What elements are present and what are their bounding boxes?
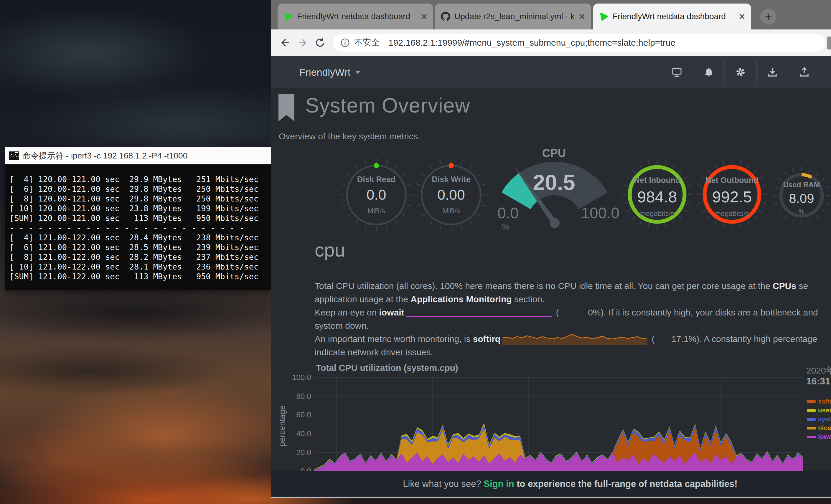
clipped-extension-icon[interactable] [827, 36, 831, 50]
reload-icon [314, 37, 326, 49]
reload-button[interactable] [313, 35, 328, 50]
page-subtitle: Overview of the key system metrics. [279, 131, 420, 141]
cpu-utilization-chart[interactable] [314, 374, 803, 471]
terminal-line: [ 6] 121.00-122.00 sec 28.5 MBytes 239 M… [9, 242, 271, 252]
gauge-label: Disk Read [338, 175, 414, 184]
gauge-used-ram[interactable]: Used RAM 8.09 % [769, 163, 831, 228]
cpu-description: Total CPU utilization (all cores). 100% … [315, 279, 831, 359]
cpus-link[interactable]: CPUs [773, 281, 796, 291]
y-tick: 80.0 [279, 392, 311, 401]
alarms-button[interactable] [694, 57, 724, 87]
forward-button[interactable] [295, 35, 310, 50]
export-settings-button[interactable] [789, 57, 819, 87]
gauge-label: CPU [489, 147, 619, 160]
softirq-label: softirq [473, 334, 500, 344]
y-tick: 0.0 [279, 467, 311, 471]
text: application usage at the [315, 294, 410, 304]
terminal-line: [ 4] 121.00-122.00 sec 28.4 MBytes 238 M… [9, 233, 271, 242]
gauge-label: Used RAM [769, 181, 831, 189]
terminal-line: - - - - - - - - - - - - - - - - - - - - … [9, 223, 271, 233]
url-text[interactable]: 192.168.2.1:19999/#menu_system_submenu_c… [389, 38, 676, 48]
section-heading-cpu: cpu [315, 239, 345, 261]
legend-swatch [807, 418, 816, 421]
tab-title: FriendlyWrt netdata dashboard [297, 12, 417, 21]
terminal-line: [ 6] 120.00-121.00 sec 29.8 MBytes 250 M… [9, 184, 271, 194]
legend-label: system [818, 415, 831, 423]
gauge-label: Disk Write [413, 175, 489, 184]
close-icon[interactable]: × [579, 11, 585, 22]
text: se [796, 281, 808, 291]
legend-item-softirq[interactable]: softirq [807, 398, 831, 405]
terminal-line: [ 10] 121.00-122.00 sec 28.1 MBytes 236 … [9, 262, 271, 272]
back-icon [279, 37, 291, 49]
host-dropdown[interactable]: FriendlyWrt [299, 56, 361, 88]
text: section. [512, 294, 545, 304]
signin-bar: Like what you see? Sign in to experience… [271, 471, 831, 498]
gauge-unit: megabits/s [692, 209, 772, 218]
bookmark-icon [279, 94, 294, 121]
chart-timestamp-date: 2020年3 [806, 365, 831, 377]
gauge-unit: megabits/s [618, 209, 697, 218]
back-button[interactable] [278, 35, 292, 50]
legend-item-user[interactable]: user [807, 407, 831, 414]
desktop: C:\. 命令提示符 - iperf3 -c 192.168.1.2 -P4 -… [0, 0, 831, 504]
terminal-title: 命令提示符 - iperf3 -c 192.168.1.2 -P4 -t1000 [22, 150, 188, 161]
chart-timestamp-time: 16:31:2 [806, 376, 831, 387]
terminal-line: [ 4] 120.00-121.00 sec 29.9 MBytes 251 M… [9, 174, 271, 184]
text: %). If it is constantly high, your disks… [593, 307, 818, 317]
y-tick: 20.0 [279, 448, 311, 457]
legend-item-nice[interactable]: nice [807, 424, 831, 432]
legend-swatch [807, 400, 816, 403]
netdata-icon [284, 12, 293, 21]
legend-label: nice [818, 424, 831, 432]
print-dashboard-button[interactable] [662, 57, 692, 87]
settings-button[interactable] [725, 57, 755, 87]
gauge-net-inbound[interactable]: Net Inbound 984.8 megabits/s [618, 155, 697, 234]
tab-netdata-2-active[interactable]: FriendlyWrt netdata dashboard × [593, 3, 751, 29]
softirq-sparkline[interactable] [502, 332, 648, 345]
text: %). A constantly high percentage [689, 334, 818, 344]
signin-text: to experience the full-range of netdata … [514, 479, 738, 489]
close-icon[interactable]: × [421, 11, 427, 22]
download-icon [767, 66, 778, 78]
text: Total CPU utilization (all cores). 100% … [315, 281, 773, 291]
browser-window: FriendlyWrt netdata dashboard × Update r… [271, 0, 831, 498]
gauge-max: 100.0 [581, 204, 620, 222]
applications-monitoring-link[interactable]: Applications Monitoring [410, 294, 512, 304]
gauge-net-outbound[interactable]: Net Outbound 992.5 megabits/s [692, 155, 772, 234]
y-tick: 40.0 [279, 429, 311, 438]
tab-github[interactable]: Update r2s_lean_minimal.yml · k × [435, 3, 591, 29]
new-tab-button[interactable]: + [760, 9, 776, 25]
legend-item-system[interactable]: system [807, 415, 831, 423]
gauge-unit: MiB/s [413, 207, 489, 215]
text: An important metric worth monitoring, is [315, 334, 473, 344]
iowait-sparkline[interactable] [406, 307, 552, 318]
close-icon[interactable]: × [739, 11, 745, 22]
gauge-value: 0.00 [413, 187, 489, 203]
terminal-output[interactable]: [ 4] 120.00-121.00 sec 29.9 MBytes 251 M… [5, 165, 271, 291]
terminal-window[interactable]: C:\. 命令提示符 - iperf3 -c 192.168.1.2 -P4 -… [5, 147, 271, 291]
gauge-label: Net Inbound [618, 176, 697, 185]
gauge-value: 984.8 [618, 188, 697, 206]
legend-swatch [807, 409, 816, 412]
security-label[interactable]: 不安全 [354, 37, 380, 49]
legend-item-iowait[interactable]: iowait [807, 433, 831, 441]
tab-netdata-1[interactable]: FriendlyWrt netdata dashboard × [278, 3, 433, 29]
gauge-unit: % [769, 208, 831, 215]
terminal-line: [ 10] 120.00-121.00 sec 23.8 MBytes 199 … [9, 204, 271, 213]
signin-link[interactable]: Sign in [484, 479, 514, 489]
tab-title: FriendlyWrt netdata dashboard [613, 12, 735, 21]
gauge-disk-write[interactable]: Disk Write 0.00 MiB/s [413, 157, 489, 233]
terminal-line: [SUM] 121.00-122.00 sec 113 MBytes 950 M… [9, 272, 271, 281]
legend-label: iowait [818, 433, 831, 441]
gauge-disk-read[interactable]: Disk Read 0.0 MiB/s [338, 157, 414, 233]
terminal-titlebar[interactable]: C:\. 命令提示符 - iperf3 -c 192.168.1.2 -P4 -… [5, 147, 271, 165]
legend-swatch [807, 427, 816, 429]
gauge-cpu[interactable]: CPU 20.5 0.0 100.0 % [489, 146, 619, 243]
forward-icon [297, 37, 309, 49]
terminal-line: [ 8] 120.00-121.00 sec 29.8 MBytes 250 M… [9, 194, 271, 204]
address-bar[interactable]: 不安全 192.168.2.1:19999/#menu_system_subme… [333, 34, 825, 52]
bell-icon [703, 66, 715, 78]
gauge-unit: MiB/s [338, 207, 414, 215]
import-settings-button[interactable] [757, 57, 787, 87]
